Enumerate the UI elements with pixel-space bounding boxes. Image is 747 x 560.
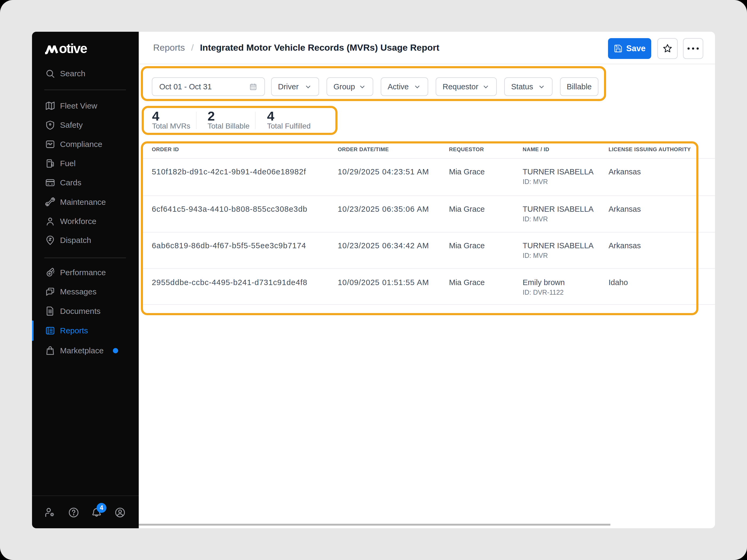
svg-text:otive: otive <box>59 41 87 56</box>
